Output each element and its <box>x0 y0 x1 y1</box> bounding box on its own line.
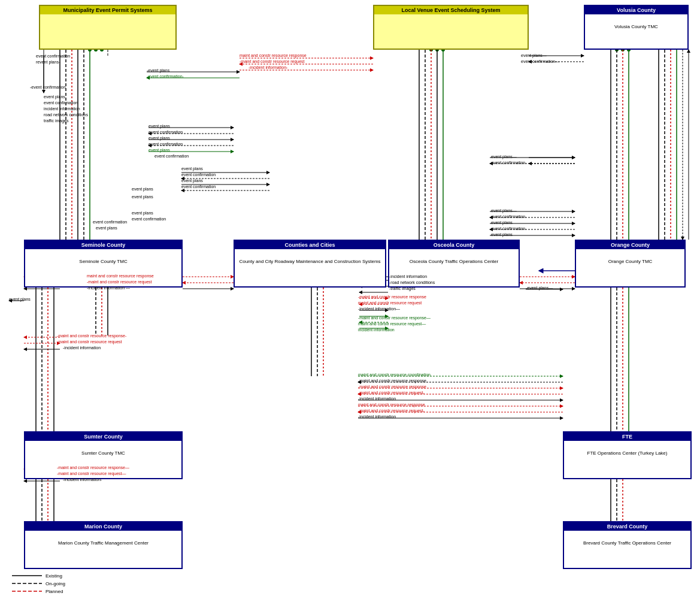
label-maint-resp-mid2: maint and constr resource response <box>358 403 425 407</box>
label-maint-req-sum: -maint and constr resource request— <box>57 471 126 476</box>
seminole-header: Seminole County <box>25 241 181 249</box>
label-event-confirm-osc1: event confirmation <box>491 161 525 165</box>
label-incident-mid2: -incident information <box>358 415 396 419</box>
label-event-confirm-2: event confirmation <box>36 54 70 58</box>
marion-header: Marion County <box>25 522 181 531</box>
label-event-plans-osc2: event plans— <box>491 208 517 213</box>
label-traffic-images: traffic images <box>44 119 69 123</box>
label-event-plans-org: -event plans— <box>526 286 553 290</box>
label-event-confirm-vol: event confirmation— <box>521 59 559 63</box>
osceola-body: Osceola County Traffic Operations Center <box>389 249 519 273</box>
marion-node: Marion County Marion County Traffic Mana… <box>24 521 183 569</box>
municipality-node: Municipality Event Permit Systems <box>39 5 177 50</box>
connection-lines <box>0 0 700 608</box>
label-ec-sem2: event confirmation <box>149 142 183 146</box>
label-ep-sem9: event plans <box>132 195 153 199</box>
label-incident-1: -incident information- <box>249 65 287 69</box>
label-maint-resp-sem: maint and constr resource response <box>87 274 154 278</box>
label-maint-req-grn: maint and constr resource request— <box>358 322 426 326</box>
label-ec-sem6: event confirmation <box>132 217 166 221</box>
label-event-confirm-osc3: event confirmation <box>491 226 525 231</box>
orange-body: Orange County TMC <box>576 249 684 273</box>
orange-header: Orange County <box>576 241 684 249</box>
label-ec-sem1: event confirmation <box>149 130 183 134</box>
label-incident-mid-l: -incident information <box>63 346 101 350</box>
osceola-header: Osceola County <box>389 241 519 249</box>
label-maint-response-1: maint and constr resource response <box>240 53 307 58</box>
label-ep-sem3: event plans <box>149 148 170 152</box>
legend-ongoing-label: On-going <box>46 581 65 586</box>
brevard-body: Brevard County Traffic Operations Center <box>564 531 690 555</box>
fte-node: FTE FTE Operations Center (Turkey Lake) <box>563 431 692 479</box>
legend-planned-label: Planned <box>46 589 63 594</box>
volusia-node: Volusia County Volusia County TMC <box>584 5 689 50</box>
label-ep-sem4: event plans <box>132 187 153 191</box>
label-event-plans-osc3: event plans <box>491 220 513 225</box>
local-venue-header: Local Venue Event Scheduling System <box>374 6 528 14</box>
sumter-body: Sumter County TMC <box>25 441 181 465</box>
label-maint-req-mid-l: -maint and constr resource request <box>57 340 122 344</box>
label-maint-resp-mid: -maint and constr resource response <box>358 379 426 383</box>
label-incident-osc: -incident information <box>389 274 427 279</box>
label-event-plans-1: -event plans <box>147 68 169 72</box>
label-maint-resp-osc: -maint and constr resource response <box>358 295 426 299</box>
counties-header: Counties and Cities <box>235 241 385 249</box>
label-revent-plans: revent plans- <box>36 60 60 64</box>
legend-existing: Existing <box>12 573 65 579</box>
label-maint-resp-grn: -maint and constr resource response— <box>358 316 431 320</box>
label-incident-mid: -incident information <box>358 397 396 401</box>
label-maint-req-mid2: -maint and constr resource request- <box>358 409 425 413</box>
sumter-header: Sumter County <box>25 432 181 441</box>
label-event-plans-osc1: event plans— <box>491 155 517 159</box>
label-incident-sum: -incident information- <box>63 477 102 482</box>
fte-body: FTE Operations Center (Turkey Lake) <box>564 441 690 465</box>
label-ep-sem7: event plans <box>132 211 153 215</box>
label-ec-sem3: event confirmation <box>154 154 189 158</box>
label-event-confirm-osc2: event confirmation <box>491 214 525 219</box>
fte-header: FTE <box>564 432 690 441</box>
volusia-body: Volusia County TMC <box>585 14 687 38</box>
label-ec-sem7: event confirmation <box>93 220 127 224</box>
label-traffic-img-osc: -traffic images <box>389 286 416 291</box>
label-maint-req-osc: maint and constr resource request <box>358 301 422 305</box>
label-ep-sem2: event plans <box>149 136 170 140</box>
label-ep-sem1: event plans <box>149 124 170 128</box>
label-maint-req-sem: -maint and constr resource request <box>87 280 152 284</box>
legend: Existing On-going Planned <box>12 573 65 596</box>
label-event-plans-left: event plans <box>9 297 31 301</box>
label-maint-coord: maint and constr resource coordination <box>358 373 431 377</box>
label-event-plans-2: event plans <box>44 95 65 99</box>
counties-body: County and City Roadway Maintenance and … <box>235 249 385 273</box>
label-ec-sem5: event confirmation <box>181 184 216 189</box>
marion-body: Marion County Traffic Management Center <box>25 531 181 555</box>
local-venue-node: Local Venue Event Scheduling System <box>373 5 529 50</box>
brevard-header: Brevard County <box>564 522 690 531</box>
label-maint-resp-mid-l: -maint and constr resource response- <box>57 334 126 338</box>
label-incident-sem: -incident information — <box>87 286 130 290</box>
municipality-header: Municipality Event Permit Systems <box>40 6 175 14</box>
label-incident-2: incident information <box>44 107 80 111</box>
label-incident-osc2: -incident information— <box>358 307 400 311</box>
label-ep-sem5: event plans <box>181 167 203 171</box>
label-maint-resp-sum: -maint and constr resource response— <box>57 465 129 470</box>
volusia-header: Volusia County <box>585 6 687 14</box>
brevard-node: Brevard County Brevard County Traffic Op… <box>563 521 692 569</box>
counties-node: Counties and Cities County and City Road… <box>234 240 386 288</box>
label-maint-req-mid: -maint and constr resource request- <box>358 391 425 395</box>
label-road-net: road network conditions <box>44 113 88 117</box>
seminole-body: Seminole County TMC <box>25 249 181 273</box>
label-incident-grn: incident information <box>358 328 395 332</box>
label-event-confirm-1: -event confirmation- <box>147 74 184 78</box>
legend-existing-label: Existing <box>46 573 62 579</box>
label-ep-sem8: event plans <box>96 226 117 230</box>
label-maint-resp-red: -maint and constr resource response <box>358 385 426 389</box>
diagram-container: Municipality Event Permit Systems Local … <box>0 0 700 608</box>
legend-planned: Planned <box>12 588 65 594</box>
orange-node: Orange County Orange County TMC <box>575 240 686 288</box>
label-ep-sem6: event plans <box>181 179 203 183</box>
label-event-confirm-3: -event confirmation <box>30 85 66 89</box>
label-ec-sem4: event confirmation <box>181 173 216 177</box>
label-maint-request-1: -maint and constr resource request <box>240 59 305 63</box>
label-event-confirm-4: event confirmation <box>44 101 78 105</box>
legend-ongoing: On-going <box>12 580 65 586</box>
